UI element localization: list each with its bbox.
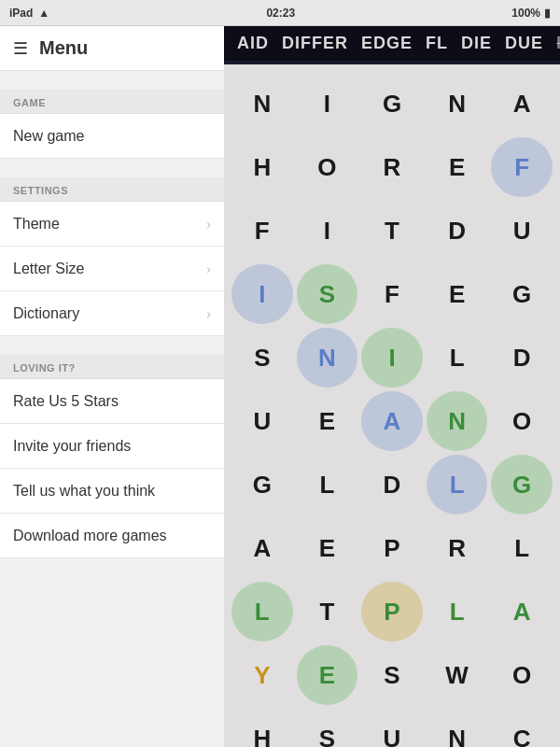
status-device: iPad	[9, 7, 33, 20]
cell-0-3[interactable]: N	[427, 74, 488, 134]
cell-7-4[interactable]: E	[297, 645, 358, 705]
cell-8-1[interactable]: O	[491, 645, 553, 705]
cell-2-1[interactable]: D	[427, 201, 488, 261]
cell-5-3[interactable]: L	[427, 455, 488, 514]
cell-0-1[interactable]: I	[297, 74, 358, 134]
cell-2-2[interactable]: U	[491, 201, 553, 261]
menu-label-new-game: New game	[13, 128, 84, 145]
cell-4-4[interactable]: N	[427, 391, 488, 451]
cell-6-0[interactable]: E	[297, 518, 358, 578]
cell-3-3[interactable]: N	[297, 328, 358, 388]
menu-label-invite-friends: Invite your friends	[13, 438, 131, 455]
cell-7-5[interactable]: S	[361, 645, 423, 705]
cell-0-0[interactable]: N	[231, 74, 293, 134]
cell-8-0[interactable]: W	[427, 645, 488, 705]
cell-2-0[interactable]: T	[361, 201, 423, 261]
cell-5-4[interactable]: G	[491, 455, 553, 514]
cell-7-0[interactable]: P	[361, 582, 423, 641]
cell-1-3[interactable]: F	[491, 137, 553, 197]
cell-3-2[interactable]: S	[231, 328, 293, 388]
sidebar-menu: GAMENew gameSETTINGSTheme›Letter Size›Di…	[0, 71, 224, 747]
wifi-icon: ▲	[38, 7, 49, 20]
chevron-icon-theme: ›	[206, 217, 211, 232]
app-header: ☰ Menu	[0, 26, 224, 71]
cell-1-0[interactable]: O	[297, 137, 358, 197]
cell-0-4[interactable]: A	[491, 74, 553, 134]
battery-text: 100%	[511, 7, 540, 20]
status-time: 02:23	[266, 7, 295, 20]
cell-5-5[interactable]: A	[231, 518, 293, 578]
cell-7-1[interactable]: L	[427, 582, 488, 641]
cell-5-1[interactable]: L	[297, 455, 358, 514]
found-word-due: DUE	[505, 34, 543, 53]
cell-6-1[interactable]: P	[361, 518, 423, 578]
status-left: iPad ▲	[9, 7, 49, 20]
status-bar: iPad ▲ 02:23 100% ▮	[0, 0, 560, 26]
found-word-differ: DIFFER	[282, 34, 348, 53]
menu-item-download-more[interactable]: Download more games	[0, 514, 224, 558]
cell-4-1[interactable]: U	[231, 391, 293, 451]
found-words-row: AIDDIFFEREDGEFLDIEDUEFINALLYHA	[224, 26, 560, 61]
cell-7-3[interactable]: Y	[231, 645, 293, 705]
cell-8-3[interactable]: S	[297, 709, 358, 747]
cell-3-1[interactable]: G	[491, 264, 553, 324]
cell-1-2[interactable]: E	[427, 137, 488, 197]
letter-grid: NIGNAHOREFFITDUISFEGSNILDUEANOGLDLGAEPRL…	[224, 64, 560, 747]
found-word-die: DIE	[461, 34, 492, 53]
cell-5-0[interactable]: G	[231, 455, 293, 514]
cell-6-4[interactable]: L	[231, 582, 293, 641]
cell-2-5[interactable]: F	[361, 264, 423, 324]
menu-item-dictionary[interactable]: Dictionary›	[0, 291, 224, 336]
section-header-loving-it: LOVING IT?	[0, 355, 224, 379]
found-word-aid: AID	[237, 34, 269, 53]
found-word-finally: FINALLY	[556, 34, 560, 53]
menu-item-new-game[interactable]: New game	[0, 114, 224, 159]
section-header-settings: SETTINGS	[0, 177, 224, 202]
cell-2-4[interactable]: S	[297, 264, 358, 324]
menu-item-tell-us[interactable]: Tell us what you think	[0, 469, 224, 514]
cell-4-5[interactable]: O	[491, 391, 553, 451]
menu-label-rate-us: Rate Us 5 Stars	[13, 393, 119, 410]
cell-8-4[interactable]: U	[361, 709, 423, 747]
cell-8-5[interactable]: N	[427, 709, 488, 747]
cell-2-3[interactable]: I	[231, 264, 293, 324]
chevron-icon-dictionary: ›	[206, 306, 211, 321]
menu-item-rate-us[interactable]: Rate Us 5 Stars	[0, 379, 224, 424]
cell-3-4[interactable]: I	[361, 328, 423, 388]
menu-label-dictionary: Dictionary	[13, 305, 79, 322]
cell-4-2[interactable]: E	[297, 391, 358, 451]
battery-icon: ▮	[544, 7, 551, 20]
cell-4-0[interactable]: D	[491, 328, 553, 388]
status-right: 100% ▮	[511, 7, 551, 20]
cell-3-0[interactable]: E	[427, 264, 488, 324]
menu-item-theme[interactable]: Theme›	[0, 202, 224, 247]
cell-1-5[interactable]: I	[297, 201, 358, 261]
cell-6-2[interactable]: R	[427, 518, 488, 578]
cell-4-3[interactable]: A	[361, 391, 423, 451]
cell-1-4[interactable]: F	[231, 201, 293, 261]
menu-item-invite-friends[interactable]: Invite your friends	[0, 424, 224, 469]
cell-8-2[interactable]: H	[231, 709, 293, 747]
menu-title: Menu	[39, 37, 88, 59]
game-board: AIDDIFFEREDGEFLDIEDUEFINALLYHANIGNAHOREF…	[224, 26, 560, 747]
menu-label-download-more: Download more games	[13, 528, 167, 544]
menu-label-tell-us: Tell us what you think	[13, 483, 155, 500]
cell-5-2[interactable]: D	[361, 455, 423, 514]
menu-item-letter-size[interactable]: Letter Size›	[0, 247, 224, 291]
section-header-game: GAME	[0, 90, 224, 114]
cell-0-2[interactable]: G	[361, 74, 423, 134]
menu-label-theme: Theme	[13, 216, 60, 233]
cell-7-2[interactable]: A	[491, 582, 553, 641]
cell-3-5[interactable]: L	[427, 328, 488, 388]
cell-1-1[interactable]: R	[361, 137, 423, 197]
chevron-icon-letter-size: ›	[206, 261, 211, 276]
cell-6-5[interactable]: T	[297, 582, 358, 641]
menu-label-letter-size: Letter Size	[13, 261, 84, 277]
found-word-edge: EDGE	[361, 34, 413, 53]
cell-6-3[interactable]: L	[491, 518, 553, 578]
cell-9-0[interactable]: C	[491, 709, 553, 747]
found-word-fl: FL	[426, 34, 448, 53]
cell-0-5[interactable]: H	[231, 137, 293, 197]
hamburger-icon[interactable]: ☰	[13, 38, 28, 59]
